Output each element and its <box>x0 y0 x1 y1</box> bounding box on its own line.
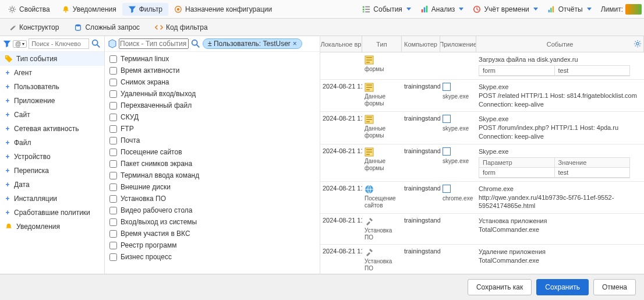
category-10[interactable]: +Инсталляции <box>0 192 104 206</box>
funnel-icon[interactable] <box>3 40 11 48</box>
grid-row[interactable]: 2024-08-21 11Установка ПОtrainingstandУд… <box>320 245 644 274</box>
event-type-15[interactable]: Время участия в ВКС <box>105 228 320 239</box>
event-type-5[interactable]: СКУД <box>105 111 320 123</box>
grid-row[interactable]: формыЗагрузка файла на disk.yandex.rufor… <box>320 52 644 80</box>
tab-properties[interactable]: Свойства <box>2 3 56 16</box>
event-type-checkbox[interactable] <box>109 172 117 179</box>
keyword-search-input[interactable] <box>29 38 89 49</box>
event-type-checkbox[interactable] <box>109 242 117 249</box>
subtab-complex[interactable]: Сложный запрос <box>70 21 143 34</box>
event-type-11[interactable]: Внешние диски <box>105 181 320 193</box>
event-type-checkbox[interactable] <box>109 230 117 238</box>
tool-time[interactable]: Учёт времени <box>468 3 542 16</box>
tool-events[interactable]: События <box>358 3 416 16</box>
event-type-14[interactable]: Вход/выход из системы <box>105 216 320 228</box>
category-label: Сайт <box>14 111 30 119</box>
grid-row[interactable]: 2024-08-21 11Данные формыtrainingstandsk… <box>320 80 644 112</box>
category-11[interactable]: +Сработавшие политики <box>0 206 104 220</box>
event-type-16[interactable]: Реестр программ <box>105 239 320 251</box>
event-type-9[interactable]: Пакет снимков экрана <box>105 158 320 170</box>
event-type-checkbox[interactable] <box>109 79 117 86</box>
event-type-17[interactable]: Бизнес процесс <box>105 251 320 263</box>
col-type[interactable]: Тип <box>362 36 402 52</box>
event-type-checkbox[interactable] <box>109 137 117 144</box>
svg-point-21 <box>636 43 639 45</box>
event-type-checkbox[interactable] <box>109 125 117 133</box>
tool-analysis[interactable]: Анализ <box>416 3 469 16</box>
grid-row[interactable]: 2024-08-21 11Данные формыtrainingstandsk… <box>320 112 644 144</box>
event-type-8[interactable]: Посещение сайтов <box>105 146 320 158</box>
event-type-checkbox[interactable] <box>109 253 117 261</box>
event-type-checkbox[interactable] <box>109 149 117 156</box>
event-type-checkbox[interactable] <box>109 183 117 191</box>
event-type-1[interactable]: Время активности <box>105 65 320 76</box>
tab-filter[interactable]: Фильтр <box>122 3 168 16</box>
event-type-0[interactable]: Терминал linux <box>105 53 320 65</box>
event-type-10[interactable]: Терминал ввода команд <box>105 170 320 181</box>
category-9[interactable]: +Дата <box>0 178 104 192</box>
limit-indicator[interactable] <box>625 4 642 15</box>
event-type-7[interactable]: Почта <box>105 135 320 146</box>
category-7[interactable]: +Устройство <box>0 150 104 164</box>
event-type-checkbox[interactable] <box>109 102 117 110</box>
filter-chip-user[interactable]: ± Пользователь: TestUser × <box>203 38 302 49</box>
category-3[interactable]: +Приложение <box>0 94 104 108</box>
event-type-12[interactable]: Установка ПО <box>105 193 320 204</box>
category-5[interactable]: +Сетевая активность <box>0 122 104 136</box>
tab-config[interactable]: Назначение конфигурации <box>168 3 278 16</box>
grid-row[interactable]: 2024-08-21 11Установка ПОtrainingstandУс… <box>320 214 644 245</box>
event-type-checkbox[interactable] <box>109 67 117 75</box>
cell-computer: trainingstand <box>402 216 440 242</box>
category-12[interactable]: Уведомления <box>0 220 104 234</box>
col-time[interactable]: Локальное вр <box>320 36 362 52</box>
event-type-checkbox[interactable] <box>109 195 117 203</box>
event-type-4[interactable]: Перехваченный файл <box>105 100 320 111</box>
event-type-checkbox[interactable] <box>109 90 117 98</box>
svg-rect-14 <box>548 9 549 12</box>
category-2[interactable]: +Пользователь <box>0 80 104 94</box>
grid-row[interactable]: 2024-08-21 11Посещение сайтовtrainingsta… <box>320 182 644 214</box>
cell-computer: trainingstand <box>402 183 440 212</box>
cancel-button[interactable]: Отмена <box>593 279 636 295</box>
plus-icon: + <box>5 209 10 217</box>
event-text: Connection: keep-alive <box>479 100 641 109</box>
category-8[interactable]: +Переписка <box>0 164 104 178</box>
event-type-checkbox[interactable] <box>109 114 117 121</box>
tab-notifications[interactable]: Уведомления <box>56 3 122 16</box>
search-icon[interactable] <box>190 38 201 49</box>
event-type-3[interactable]: Удаленный вход/выход <box>105 88 320 100</box>
event-type-label: Терминал ввода команд <box>121 171 199 179</box>
tool-reports[interactable]: Отчёты <box>543 3 596 16</box>
tab-config-label: Назначение конфигурации <box>185 5 272 13</box>
cube-icon[interactable] <box>108 39 117 48</box>
tab-notifications-label: Уведомления <box>73 5 116 13</box>
chip-remove-icon[interactable]: × <box>293 40 297 48</box>
col-app[interactable]: Приложение <box>440 36 476 52</box>
grid-row[interactable]: 2024-08-21 11Данные формыtrainingstandsk… <box>320 144 644 182</box>
subtab-code[interactable]: Код фильтра <box>151 21 211 34</box>
event-type-2[interactable]: Снимок экрана <box>105 76 320 88</box>
category-4[interactable]: +Сайт <box>0 108 104 122</box>
search-icon[interactable] <box>91 38 101 49</box>
event-type-checkbox[interactable] <box>109 207 117 214</box>
category-0[interactable]: Тип события <box>0 52 104 66</box>
category-1[interactable]: +Агент <box>0 66 104 80</box>
col-computer[interactable]: Компьютер <box>402 36 440 52</box>
svg-rect-33 <box>366 121 370 122</box>
col-event[interactable]: Событие <box>476 36 644 52</box>
grid-settings-icon[interactable] <box>634 40 642 48</box>
at-selector[interactable]: @▾ <box>13 40 27 48</box>
event-type-checkbox[interactable] <box>109 160 117 168</box>
subtab-constructor[interactable]: Конструктор <box>5 21 62 34</box>
save-as-button[interactable]: Сохранить как <box>468 279 532 295</box>
event-type-checkbox[interactable] <box>109 218 117 226</box>
event-text: Skype.exe <box>479 115 641 123</box>
event-type-checkbox[interactable] <box>109 55 117 63</box>
category-6[interactable]: +Файл <box>0 136 104 150</box>
bell-icon <box>5 223 13 231</box>
event-type-6[interactable]: FTP <box>105 123 320 135</box>
list-icon <box>362 5 370 13</box>
type-search-input[interactable] <box>119 38 189 49</box>
save-button[interactable]: Сохранить <box>536 279 589 295</box>
event-type-13[interactable]: Видео рабочего стола <box>105 204 320 216</box>
